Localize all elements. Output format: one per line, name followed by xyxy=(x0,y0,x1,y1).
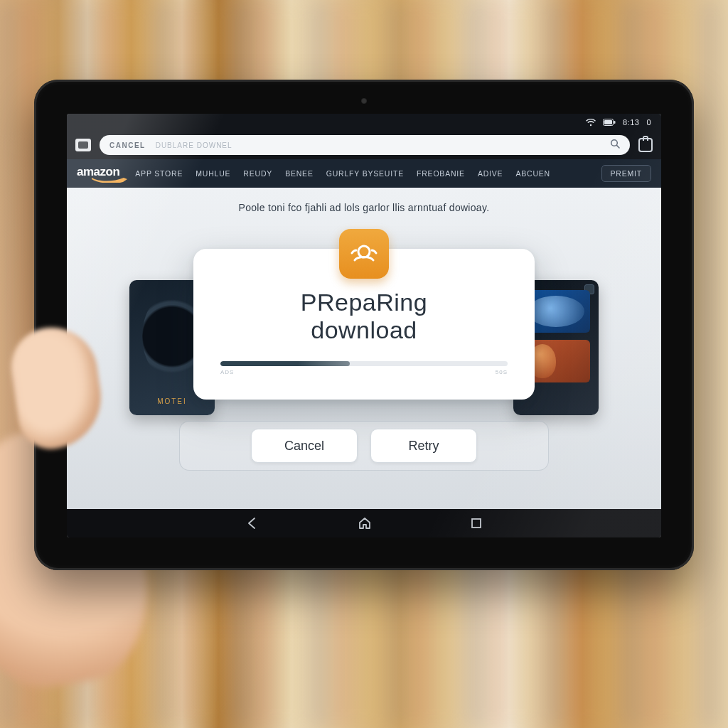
dialog-button-row: Cancel Retry xyxy=(179,421,549,471)
status-time: 8:13 xyxy=(623,118,639,127)
wifi-icon xyxy=(586,119,596,127)
nav-back-icon[interactable] xyxy=(246,517,259,530)
retry-button[interactable]: Retry xyxy=(370,429,477,463)
progress-label-right: 50S xyxy=(496,369,508,375)
app-switcher-icon[interactable] xyxy=(75,139,91,151)
progress-wrap: ADS 50S xyxy=(220,361,508,375)
card-corner-icon xyxy=(584,284,594,294)
url-row: CANCEL DUBLARE DOWNEL xyxy=(67,131,661,159)
nav-item-1[interactable]: MUHLUE xyxy=(196,169,230,178)
nav-item-4[interactable]: GURLFY BYSEUITE xyxy=(326,169,404,178)
nav-item-7[interactable]: ABCUEN xyxy=(515,169,550,178)
urlbar-cancel[interactable]: CANCEL xyxy=(109,141,146,149)
status-bar: 8:13 0 xyxy=(67,114,661,131)
dialog-title-line2: download xyxy=(218,316,510,344)
status-extra: 0 xyxy=(646,118,651,127)
nav-item-5[interactable]: FREOBANIE xyxy=(417,169,465,178)
progress-bar xyxy=(220,361,508,366)
nav-item-3[interactable]: BENEE xyxy=(285,169,314,178)
progress-fill xyxy=(220,361,350,366)
nav-recents-icon[interactable] xyxy=(471,518,482,529)
nav-home-icon[interactable] xyxy=(358,517,371,530)
app-badge-icon xyxy=(339,229,389,279)
nav-cta[interactable]: PREMIT xyxy=(601,165,651,182)
svg-rect-6 xyxy=(472,519,481,528)
content-area: Poole toni fco fjahli ad lols garlor lli… xyxy=(67,188,661,509)
progress-label-left: ADS xyxy=(220,369,234,375)
url-bar[interactable]: CANCEL DUBLARE DOWNEL xyxy=(100,135,630,155)
dialog-title-line1: PRepaRing xyxy=(218,289,510,316)
tablet-frame: 8:13 0 CANCEL DUBLARE DOWNEL amazon APP … xyxy=(34,80,694,570)
android-navbar xyxy=(67,509,661,537)
search-icon[interactable] xyxy=(610,139,620,151)
nav-appstore[interactable]: APP STORE xyxy=(135,169,183,178)
tablet-camera xyxy=(361,98,367,104)
dialog-title: PRepaRing download xyxy=(218,289,510,344)
download-dialog: PRepaRing download ADS 50S xyxy=(193,249,535,400)
urlbar-placeholder: DUBLARE DOWNEL xyxy=(156,141,232,149)
svg-point-5 xyxy=(358,246,370,257)
cancel-button[interactable]: Cancel xyxy=(251,429,358,463)
battery-icon xyxy=(603,119,616,126)
brand-smile-icon xyxy=(91,177,128,183)
svg-rect-1 xyxy=(604,120,612,124)
tabs-icon[interactable] xyxy=(638,138,653,152)
svg-rect-2 xyxy=(614,121,615,124)
brand-logo[interactable]: amazon xyxy=(77,165,119,182)
store-nav: amazon APP STORE MUHLUE REUDY BENEE GURL… xyxy=(67,159,661,188)
page-subtitle: Poole toni fco fjahli ad lols garlor lli… xyxy=(67,188,661,213)
nav-item-2[interactable]: REUDY xyxy=(243,169,272,178)
screen: 8:13 0 CANCEL DUBLARE DOWNEL amazon APP … xyxy=(67,114,661,537)
nav-item-6[interactable]: ADIVE xyxy=(478,169,503,178)
svg-line-4 xyxy=(616,145,619,148)
